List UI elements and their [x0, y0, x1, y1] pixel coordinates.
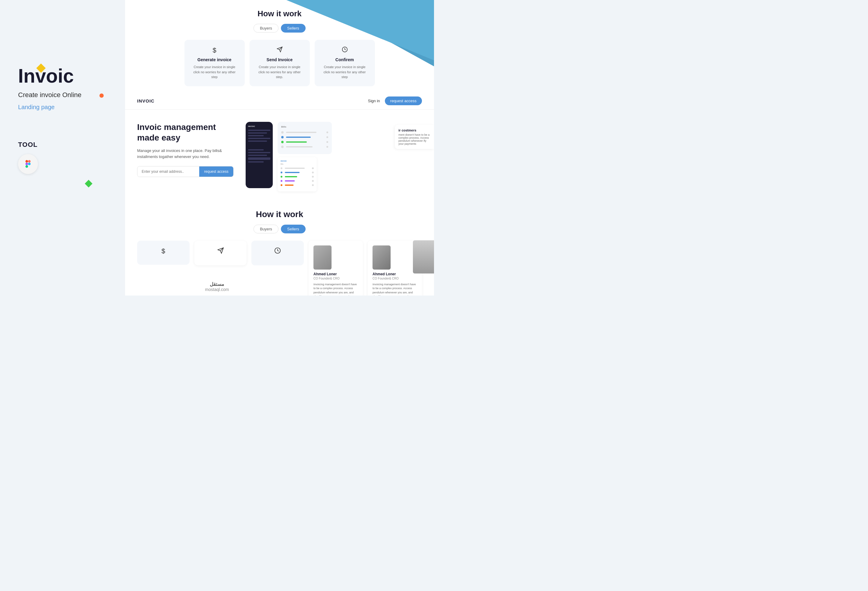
tool-label: TOOL: [18, 141, 115, 149]
bottom-cards-row: $: [137, 241, 422, 296]
testimonial-text-1: Invoicing management doesn't have to be …: [313, 282, 358, 296]
hero-desc: Manage your all invoices in one place. P…: [137, 148, 233, 160]
watermark-arabic: مستقل: [205, 281, 229, 287]
mock-mini-dot-3: [280, 176, 282, 177]
second-how-it-work-section: How it work Buyers Sellers $: [125, 198, 434, 296]
blue-shape-1: [223, 0, 434, 60]
mock-dot-1: [281, 131, 283, 134]
mock-dot-3: [281, 141, 283, 143]
testimonial-role-1: CO Founder& CRO: [313, 277, 358, 280]
mock-mini-bill-row-1: [280, 167, 314, 169]
mock-bill-row-2: [281, 136, 328, 138]
mock-bill-row-3: [281, 141, 328, 143]
nav-actions: Sign in request access: [368, 96, 422, 105]
mock-bills-panel: Bills: [278, 122, 332, 154]
watermark-url: mostaql.com: [205, 287, 229, 292]
mock-mini-end-2: [312, 171, 314, 173]
mock-dot-2: [281, 136, 283, 138]
mock-ui-panels: INVOIC Bills: [246, 122, 332, 192]
navbar: INVOIC Sign in request access: [125, 92, 434, 110]
bottom-card-send: [194, 241, 247, 265]
top-card-confirm-desc: Create your invoice in single click no w…: [321, 65, 369, 80]
mock-mini-bill-row-5: [280, 184, 314, 186]
mock-phone-header: INVOIC: [248, 126, 270, 127]
mock-mini-dot-1: [280, 167, 282, 169]
testimonial-name-1: Ahmed Loner: [313, 272, 358, 276]
mock-mini-dot-5: [280, 184, 282, 186]
right-edge-card: ir costmers ment doesn't have to be a co…: [395, 125, 434, 149]
second-tab-buyers[interactable]: Buyers: [254, 225, 278, 233]
bottom-card-confirm: [251, 241, 304, 265]
blue-decoration: [217, 0, 434, 66]
tool-section: TOOL: [18, 141, 115, 174]
testimonial-text-2: Invoicing management doesn't have to be …: [372, 282, 417, 296]
testimonial-card-1: Ahmed Loner CO Founder& CRO Invoicing ma…: [309, 241, 363, 296]
person-image-placeholder: [413, 240, 434, 273]
mock-mini-card: INVOIC Bills: [278, 157, 317, 192]
nav-logo: INVOIC: [137, 98, 155, 103]
bottom-card-dollar: $: [137, 241, 190, 265]
email-submit-button[interactable]: request access: [199, 167, 233, 177]
second-tab-sellers[interactable]: Sellers: [281, 225, 306, 233]
top-card-generate-desc: Create your invoice in single click no w…: [190, 65, 239, 80]
nav-request-access-button[interactable]: request access: [385, 96, 422, 105]
figma-icon: [18, 154, 38, 174]
testimonial-avatar-2: [372, 245, 391, 270]
svg-rect-2: [25, 163, 28, 165]
bottom-right-image: [413, 240, 434, 273]
sign-in-button[interactable]: Sign in: [368, 99, 380, 103]
mock-line-2: [248, 132, 267, 134]
email-input[interactable]: [137, 167, 199, 177]
bottom-dollar-icon: $: [143, 247, 183, 255]
app-title: Invoic: [18, 66, 115, 86]
testimonial-role-2: CO Founder& CRO: [372, 277, 417, 280]
hero-section: Invoic management made easy Manage your …: [125, 110, 434, 198]
mock-mini-end-3: [312, 176, 314, 177]
hero-text: Invoic management made easy Manage your …: [137, 122, 233, 177]
mock-mini-dot-4: [280, 180, 282, 182]
main-content: How it work Buyers Sellers $ Generate in…: [125, 0, 434, 296]
landing-page-link[interactable]: Landing page: [18, 104, 55, 110]
mock-mini-bills-label: Bills: [280, 163, 314, 165]
mock-mini-logo: INVOIC: [280, 160, 314, 162]
second-how-title: How it work: [137, 210, 422, 219]
mock-line-1: [248, 130, 270, 131]
svg-point-4: [28, 163, 31, 165]
mock-line-6: [248, 149, 264, 151]
email-form: request access: [137, 166, 233, 177]
mock-line-4: [248, 138, 270, 139]
second-tabs-row: Buyers Sellers: [137, 225, 422, 233]
mock-mini-end-4: [312, 180, 314, 182]
mock-mini-end-1: [312, 167, 314, 169]
edge-card-title: ir costmers: [399, 129, 430, 132]
mock-phone: INVOIC: [246, 122, 273, 188]
mock-end-dot-1: [326, 131, 328, 133]
bottom-send-icon: [201, 247, 241, 256]
testimonial-name-2: Ahmed Loner: [372, 272, 417, 276]
mock-mini-bill-row-4: [280, 180, 314, 182]
svg-rect-3: [25, 165, 28, 168]
testimonial-avatar-1: [313, 245, 332, 270]
mock-line-9: [248, 161, 264, 163]
mock-line-5: [248, 140, 267, 142]
mock-dot-4: [281, 146, 283, 148]
mock-mini-bill-row-2: [280, 171, 314, 173]
left-panel: Invoic Create invoice Online Landing pag…: [0, 0, 127, 296]
mock-bills-header: Bills: [281, 126, 328, 128]
decorative-dot-orange: [99, 93, 104, 98]
mock-bill-row-4: [281, 146, 328, 148]
bottom-confirm-icon: [257, 247, 298, 256]
decorative-diamond-green: [85, 180, 92, 187]
hero-title: Invoic management made easy: [137, 122, 233, 143]
mock-end-dot-4: [326, 146, 328, 148]
mock-bill-row-1: [281, 131, 328, 134]
mock-mini-dot-2: [280, 171, 282, 173]
mock-end-dot-3: [326, 141, 328, 143]
mock-line-3: [248, 135, 264, 136]
mock-end-dot-2: [326, 136, 328, 138]
mock-line-7: [248, 152, 270, 153]
mock-line-8: [248, 155, 267, 156]
svg-rect-0: [25, 160, 28, 163]
watermark: مستقل mostaql.com: [205, 281, 229, 292]
mock-mini-bill-row-3: [280, 176, 314, 177]
